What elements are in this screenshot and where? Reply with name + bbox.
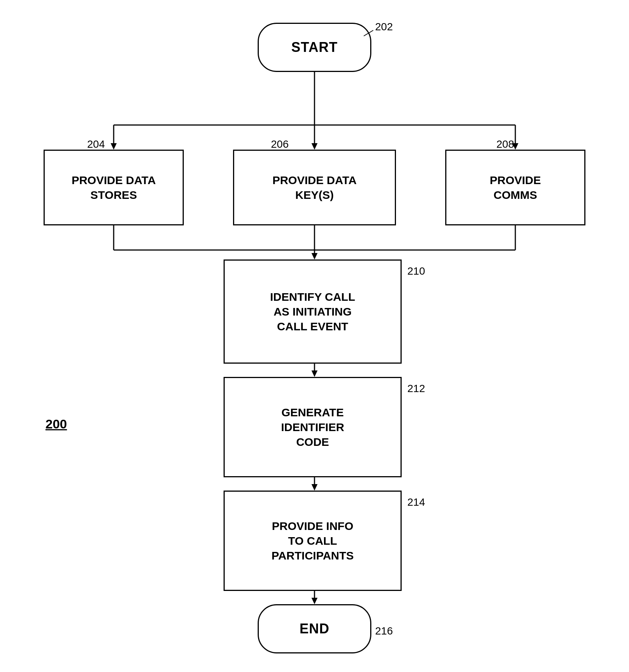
flowchart-diagram: START 202 PROVIDE DATASTORES 204 PROVIDE… — [0, 0, 629, 672]
identify-call-ref: 210 — [407, 265, 425, 277]
provide-data-stores-node: PROVIDE DATASTORES — [44, 150, 184, 225]
generate-identifier-ref: 212 — [407, 383, 425, 395]
provide-data-stores-ref: 204 — [87, 138, 105, 150]
generate-identifier-node: GENERATEIDENTIFIERCODE — [224, 377, 402, 477]
end-node: END — [258, 604, 371, 653]
provide-data-keys-ref: 206 — [271, 138, 289, 150]
provide-info-ref: 214 — [407, 496, 425, 508]
provide-comms-ref: 208 — [496, 138, 514, 150]
svg-marker-5 — [311, 143, 318, 150]
svg-marker-3 — [111, 143, 117, 150]
svg-marker-12 — [311, 253, 318, 259]
diagram-label: 200 — [45, 417, 67, 431]
provide-info-node: PROVIDE INFOTO CALLPARTICIPANTS — [224, 491, 402, 591]
svg-marker-19 — [311, 598, 318, 604]
svg-marker-17 — [311, 484, 318, 491]
start-ref: 202 — [375, 21, 393, 33]
end-ref: 216 — [375, 625, 393, 637]
identify-call-node: IDENTIFY CALLAS INITIATINGCALL EVENT — [224, 259, 402, 364]
svg-marker-15 — [311, 370, 318, 377]
provide-comms-node: PROVIDECOMMS — [445, 150, 585, 225]
start-node: START — [258, 23, 371, 72]
provide-data-keys-node: PROVIDE DATAKEY(S) — [233, 150, 396, 225]
